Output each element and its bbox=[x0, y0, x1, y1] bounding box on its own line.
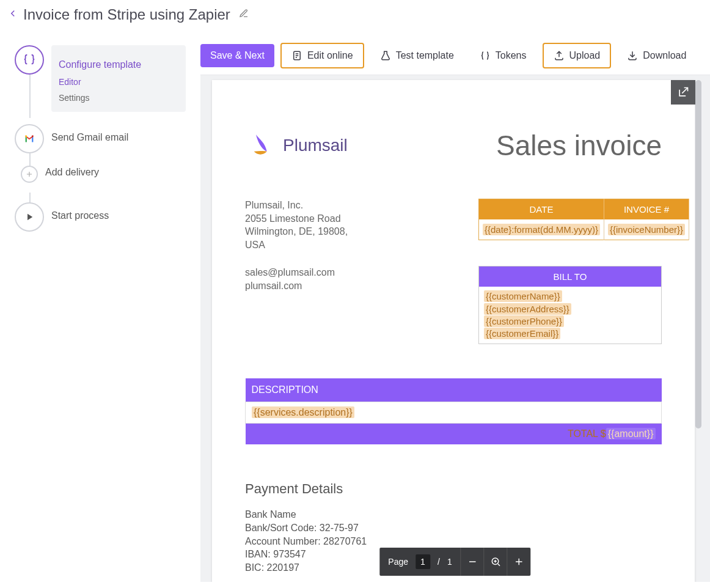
back-icon[interactable] bbox=[7, 8, 18, 21]
gmail-icon bbox=[15, 124, 44, 153]
upload-button[interactable]: Upload bbox=[543, 43, 612, 68]
description-header: DESCRIPTION bbox=[246, 378, 662, 402]
download-label: Download bbox=[643, 50, 686, 61]
brand-logo: Plumsail bbox=[245, 130, 348, 161]
step-send-gmail[interactable]: Send Gmail email bbox=[15, 124, 186, 160]
company-contact: sales@plumsail.com plumsail.com bbox=[245, 266, 478, 344]
customer-address-token: {{customerAddress}} bbox=[484, 303, 571, 315]
step-start-process[interactable]: Start process bbox=[15, 202, 186, 238]
customer-name-token: {{customerName}} bbox=[484, 290, 562, 302]
edit-title-icon[interactable] bbox=[239, 9, 249, 21]
total-row: TOTAL ${{amount}} bbox=[246, 424, 662, 445]
play-icon bbox=[15, 202, 44, 232]
page-current-input[interactable] bbox=[415, 554, 430, 569]
customer-phone-token: {{customerPhone}} bbox=[484, 315, 564, 327]
invoice-header: INVOICE # bbox=[604, 199, 689, 220]
page-separator: / bbox=[437, 557, 440, 567]
date-header: DATE bbox=[479, 199, 604, 220]
payment-details-title: Payment Details bbox=[245, 481, 662, 497]
bill-to-header: BILL TO bbox=[479, 266, 662, 287]
pdf-controls: Page / 1 bbox=[379, 548, 530, 576]
company-address: Plumsail, Inc. 2055 Limestone Road Wilmi… bbox=[245, 199, 478, 251]
substep-settings[interactable]: Settings bbox=[59, 90, 178, 106]
invoice-info-table: DATE INVOICE # {{date}:format(dd.MM.yyyy… bbox=[478, 199, 689, 240]
toolbar: Save & Next Edit online Test template To… bbox=[200, 43, 710, 68]
save-next-button[interactable]: Save & Next bbox=[200, 44, 274, 67]
test-template-button[interactable]: Test template bbox=[370, 44, 464, 67]
plus-icon bbox=[21, 166, 38, 183]
invoice-token: {{invoiceNumber}} bbox=[608, 224, 685, 235]
bill-to-table: BILL TO {{customerName}} {{customerAddre… bbox=[478, 266, 662, 344]
open-external-icon[interactable] bbox=[671, 80, 695, 105]
braces-icon bbox=[15, 45, 44, 75]
step-label[interactable]: Configure template bbox=[59, 51, 178, 70]
preview-pane: Plumsail Sales invoice Plumsail, Inc. 20… bbox=[200, 75, 710, 582]
customer-email-token: {{customerEmail}} bbox=[484, 328, 560, 339]
document-page: Plumsail Sales invoice Plumsail, Inc. 20… bbox=[212, 80, 695, 582]
date-token: {{date}:format(dd.MM.yyyy)} bbox=[483, 224, 600, 235]
edit-online-label: Edit online bbox=[307, 50, 353, 61]
page-label: Page bbox=[388, 557, 408, 567]
step-configure-template[interactable]: Configure template Editor Settings bbox=[15, 45, 186, 112]
amount-token: {{amount}} bbox=[606, 428, 656, 439]
scrollbar[interactable] bbox=[695, 80, 701, 428]
page-title: Invoice from Stripe using Zapier bbox=[23, 6, 230, 23]
step-label[interactable]: Add delivery bbox=[45, 163, 186, 178]
download-button[interactable]: Download bbox=[617, 44, 696, 67]
zoom-reset-icon[interactable] bbox=[485, 548, 508, 576]
page-total: 1 bbox=[447, 557, 452, 567]
brand-name: Plumsail bbox=[283, 136, 348, 155]
test-template-label: Test template bbox=[396, 50, 454, 61]
step-label[interactable]: Start process bbox=[51, 202, 186, 221]
step-label[interactable]: Send Gmail email bbox=[51, 124, 186, 143]
edit-online-button[interactable]: Edit online bbox=[280, 43, 364, 68]
document-title: Sales invoice bbox=[496, 129, 662, 162]
services-description-token: {{services.description}} bbox=[252, 406, 354, 418]
zoom-out-icon[interactable] bbox=[461, 548, 485, 576]
substep-editor[interactable]: Editor bbox=[59, 74, 178, 90]
zoom-in-icon[interactable] bbox=[508, 548, 531, 576]
upload-label: Upload bbox=[569, 50, 601, 61]
tokens-button[interactable]: Tokens bbox=[470, 44, 536, 67]
step-add-delivery[interactable]: Add delivery bbox=[15, 163, 186, 199]
tokens-label: Tokens bbox=[496, 50, 527, 61]
steps-sidebar: Configure template Editor Settings Send … bbox=[0, 33, 196, 582]
description-table: DESCRIPTION {{services.description}} TOT… bbox=[245, 378, 662, 444]
